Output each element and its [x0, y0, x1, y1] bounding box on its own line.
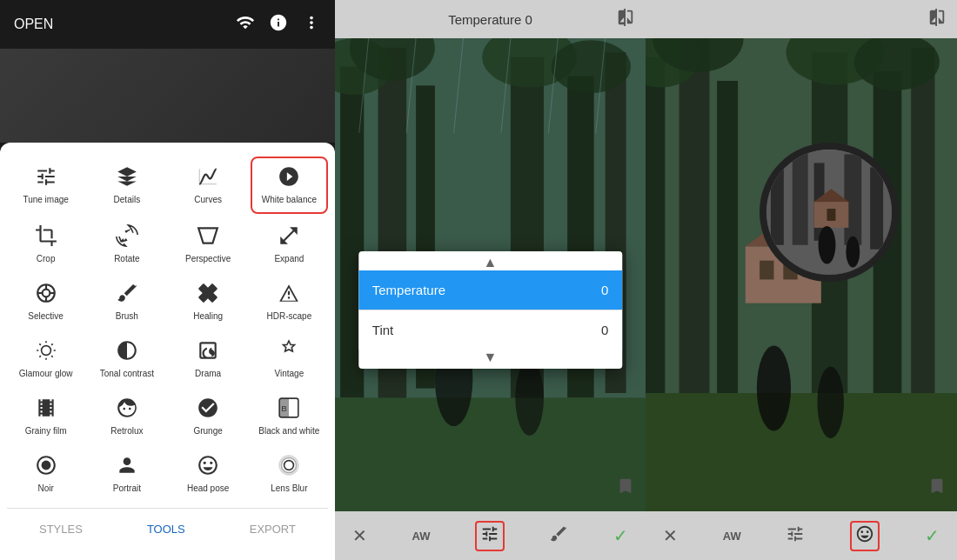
nav-styles[interactable]: STYLES	[25, 519, 97, 539]
expand-label: Expand	[274, 254, 304, 264]
tonal-contrast-icon	[116, 339, 138, 365]
tools-grid: Tune image Details Curves White balance	[7, 157, 328, 501]
tint-label: Tint	[372, 323, 393, 337]
svg-point-13	[284, 461, 294, 470]
info-icon[interactable]	[269, 13, 288, 37]
black-and-white-icon: BW	[278, 397, 300, 423]
middle-sliders-button[interactable]	[475, 521, 505, 551]
right-bookmark-icon[interactable]	[927, 477, 947, 501]
tool-grainy-film[interactable]: Grainy film	[7, 390, 84, 443]
grunge-label: Grunge	[193, 426, 222, 437]
svg-point-15	[280, 456, 299, 475]
tool-curves[interactable]: Curves	[170, 157, 247, 214]
svg-rect-60	[844, 154, 861, 244]
tint-row[interactable]: Tint 0	[358, 310, 622, 350]
tool-perspective[interactable]: Perspective	[170, 217, 247, 271]
tool-lens-blur[interactable]: Lens Blur	[251, 447, 328, 501]
tools-panel: Tune image Details Curves White balance	[0, 143, 335, 560]
crop-label: Crop	[37, 254, 56, 264]
white-balance-popup: ▲ Temperature 0 Tint 0 ▼	[358, 251, 622, 369]
tool-portrait[interactable]: Portrait	[88, 447, 165, 501]
nav-tools[interactable]: TOOLS	[133, 519, 199, 539]
svg-point-51	[817, 367, 843, 439]
grainy-film-label: Grainy film	[25, 426, 67, 437]
tool-rotate[interactable]: Rotate	[88, 217, 165, 271]
middle-compare-icon[interactable]	[616, 8, 635, 31]
retrolux-icon	[116, 397, 138, 423]
temperature-label: Temperature	[372, 283, 445, 297]
scene-bg: ▲ Temperature 0 Tint 0 ▼	[335, 38, 646, 511]
right-confirm-button[interactable]: ✓	[925, 525, 940, 546]
svg-point-27	[552, 40, 631, 93]
tool-hdr-scape[interactable]: HDR-scape	[251, 275, 328, 329]
tool-black-and-white[interactable]: BW Black and white	[251, 390, 328, 443]
healing-icon	[197, 282, 219, 308]
tool-tonal-contrast[interactable]: Tonal contrast	[88, 332, 165, 386]
retrolux-label: Retrolux	[110, 426, 143, 437]
selective-label: Selective	[28, 311, 64, 322]
bottom-nav: STYLES TOOLS EXPORT	[7, 508, 328, 546]
popup-arrow-up: ▲	[358, 251, 622, 270]
magnifier-content	[766, 150, 892, 276]
right-face-button[interactable]	[850, 521, 880, 551]
hdr-scape-icon	[278, 282, 300, 308]
left-panel: OPEN Tune image	[0, 0, 335, 560]
glamour-glow-icon	[35, 339, 57, 365]
drama-icon	[197, 339, 219, 365]
nav-export[interactable]: EXPORT	[236, 519, 310, 539]
noir-icon	[35, 454, 57, 480]
drama-label: Drama	[195, 369, 221, 379]
temperature-row[interactable]: Temperature 0	[358, 270, 622, 310]
open-button[interactable]: OPEN	[14, 17, 225, 32]
bookmark-icon[interactable]	[616, 477, 635, 501]
middle-confirm-button[interactable]: ✓	[613, 525, 628, 546]
svg-rect-64	[827, 209, 836, 221]
tool-healing[interactable]: Healing	[170, 275, 247, 329]
tool-tune-image[interactable]: Tune image	[7, 157, 84, 214]
tool-vintage[interactable]: Vintage	[251, 332, 328, 386]
middle-panel: Temperature 0	[335, 0, 646, 560]
right-cancel-button[interactable]: ✕	[663, 525, 678, 546]
right-aw-button[interactable]: AW	[723, 530, 741, 543]
tool-selective[interactable]: Selective	[7, 275, 84, 329]
image-preview	[0, 49, 335, 143]
tool-brush[interactable]: Brush	[88, 275, 165, 329]
svg-rect-42	[911, 48, 934, 393]
perspective-icon	[197, 224, 219, 250]
right-compare-icon[interactable]	[927, 8, 947, 31]
tool-grunge[interactable]: Grunge	[170, 390, 247, 443]
svg-point-65	[819, 225, 836, 263]
white-balance-icon	[278, 165, 300, 191]
middle-brush-button[interactable]	[549, 524, 568, 548]
vintage-label: Vintage	[275, 369, 304, 379]
tool-white-balance[interactable]: White balance	[251, 157, 328, 214]
tool-details[interactable]: Details	[88, 157, 165, 214]
right-panel: ✕ AW ✓	[646, 0, 957, 560]
middle-aw-button[interactable]: AW	[412, 530, 431, 543]
right-sliders-button[interactable]	[786, 524, 805, 548]
tool-expand[interactable]: Expand	[251, 217, 328, 271]
vintage-icon	[278, 339, 300, 365]
middle-panel-header: Temperature 0	[335, 0, 646, 38]
brush-icon	[116, 282, 138, 308]
tool-crop[interactable]: Crop	[7, 217, 84, 271]
svg-point-8	[41, 346, 50, 356]
tune-image-icon	[35, 165, 57, 191]
tool-glamour-glow[interactable]: Glamour glow	[7, 332, 84, 386]
lens-blur-icon	[278, 454, 300, 480]
head-pose-label: Head pose	[187, 483, 229, 494]
middle-cancel-button[interactable]: ✕	[352, 525, 367, 546]
svg-rect-58	[793, 150, 808, 244]
tool-drama[interactable]: Drama	[170, 332, 247, 386]
right-scene-bg	[646, 38, 957, 511]
svg-rect-37	[646, 57, 665, 398]
middle-panel-title: Temperature 0	[448, 12, 532, 27]
tool-retrolux[interactable]: Retrolux	[88, 390, 165, 443]
portrait-icon	[116, 454, 138, 480]
more-icon[interactable]	[302, 13, 321, 37]
svg-rect-57	[771, 158, 784, 244]
details-icon	[116, 165, 138, 191]
tool-noir[interactable]: Noir	[7, 447, 84, 501]
tool-head-pose[interactable]: Head pose	[170, 447, 247, 501]
svg-point-12	[41, 461, 50, 470]
